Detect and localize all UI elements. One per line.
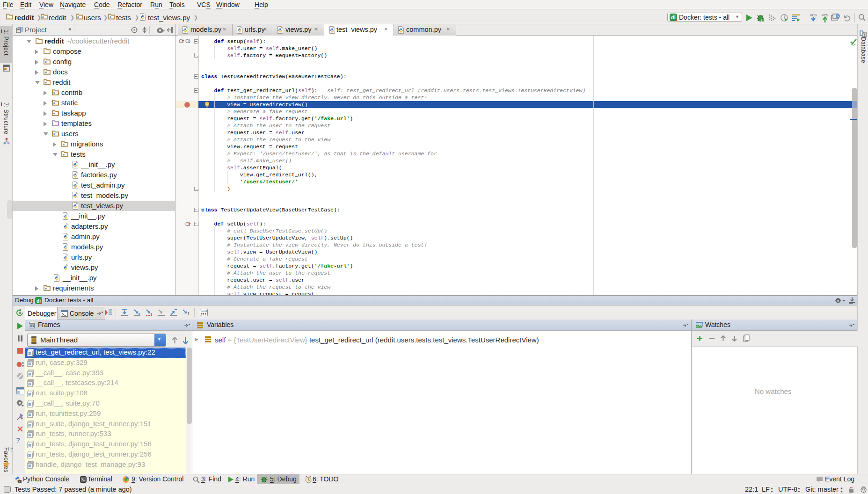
svg-text:di: di xyxy=(36,298,41,304)
svg-text:VCS: VCS xyxy=(822,14,829,17)
svg-text:di: di xyxy=(671,15,676,20)
svg-text:I: I xyxy=(188,311,190,316)
svg-text:VCS: VCS xyxy=(810,14,817,17)
